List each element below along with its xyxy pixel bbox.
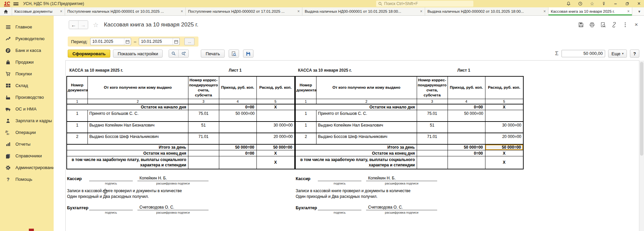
expense-cell[interactable]: 20 000=00 xyxy=(256,133,295,144)
history-icon[interactable] xyxy=(577,1,583,7)
income-cell[interactable] xyxy=(448,122,485,133)
sidebar-item-salary-hr[interactable]: Зарплата и кадры xyxy=(0,115,54,127)
nav-forward-button[interactable]: → xyxy=(78,21,88,29)
empty-cell[interactable] xyxy=(188,144,219,150)
doc-number-cell[interactable]: 2 xyxy=(295,133,316,144)
main-menu-icon[interactable] xyxy=(13,2,18,5)
closing-balance-expense[interactable]: X xyxy=(256,150,295,156)
favorites-star-icon[interactable]: ☆ xyxy=(589,1,595,7)
sidebar-item-operations[interactable]: ДтКт Операции xyxy=(0,127,54,138)
total-income-cell[interactable]: 50 000=00 xyxy=(219,144,256,150)
day-total-label[interactable]: Итого за день xyxy=(67,144,188,150)
doc-number-cell[interactable]: 2 xyxy=(67,133,87,144)
tab-close-icon[interactable]: × xyxy=(543,9,546,14)
expense-cell[interactable] xyxy=(485,110,523,122)
tab-close-icon[interactable]: × xyxy=(60,9,62,14)
payee-cell[interactable]: Принято от Большов С. С. xyxy=(87,110,188,122)
sidebar-item-main[interactable]: Главное xyxy=(0,21,54,33)
period-from-input[interactable]: 10.01.2025 xyxy=(90,38,131,45)
income-cell[interactable] xyxy=(448,133,485,144)
sidebar-item-fixed-assets[interactable]: ОС и НМА xyxy=(0,103,54,115)
close-window-icon[interactable]: × xyxy=(636,1,642,7)
account-cell[interactable]: 71.01 xyxy=(188,133,219,144)
cash-book-table[interactable]: Номер документа От кого получено или ком… xyxy=(295,76,524,169)
account-cell[interactable]: 51 xyxy=(188,122,219,133)
account-cell[interactable]: 75.01 xyxy=(417,110,448,122)
opening-balance-income[interactable]: 0=00 xyxy=(448,104,485,110)
sidebar-item-help[interactable]: ? Помощь xyxy=(0,173,54,185)
opening-balance-expense[interactable]: X xyxy=(485,104,523,110)
nav-back-button[interactable]: ← xyxy=(69,21,78,29)
empty-cell[interactable] xyxy=(188,104,219,110)
vertical-scrollbar[interactable] xyxy=(639,61,644,231)
total-expense-cell[interactable]: 50 000=00 xyxy=(256,144,295,150)
save-icon[interactable] xyxy=(578,22,584,28)
doc-number-cell[interactable]: 1 xyxy=(295,122,316,133)
doc-number-cell[interactable]: 1 xyxy=(295,110,316,122)
empty-cell[interactable] xyxy=(219,156,256,169)
tab-cash-receipt-2[interactable]: Поступление наличных НД00-000002 от 17.0… xyxy=(186,7,302,15)
tab-close-icon[interactable]: × xyxy=(181,9,183,14)
including-expense-cell[interactable]: X xyxy=(485,156,523,169)
calendar-icon[interactable] xyxy=(173,38,179,45)
payee-cell[interactable]: Принято от Большов С. С. xyxy=(316,110,417,122)
tab-close-icon[interactable]: × xyxy=(420,9,422,14)
expense-cell[interactable] xyxy=(256,110,295,122)
income-cell[interactable] xyxy=(219,133,256,144)
tab-cash-book[interactable]: Кассовая книга за 10 января 2025 г. × xyxy=(548,7,632,15)
account-cell[interactable]: 75.01 xyxy=(188,110,219,122)
sidebar-item-bank-cash[interactable]: Банк и касса xyxy=(0,45,54,56)
closing-balance-income[interactable]: 0=00 xyxy=(219,150,256,156)
tab-cash-issue-1[interactable]: Выдача наличных НД00-000001 от 10.01.202… xyxy=(302,7,425,15)
sidebar-item-purchases[interactable]: Покупки xyxy=(0,68,54,80)
closing-balance-income[interactable]: 0=00 xyxy=(448,150,485,156)
sidebar-item-directories[interactable]: Справочники xyxy=(0,150,54,162)
payee-cell[interactable]: Выдано Копейкин Нал Безналович xyxy=(316,122,417,133)
more-button[interactable]: Еще▾ xyxy=(608,50,627,58)
doc-number-cell[interactable]: 1 xyxy=(67,122,87,133)
preview-icon[interactable] xyxy=(600,22,606,28)
account-cell[interactable]: 71.01 xyxy=(417,133,448,144)
empty-cell[interactable] xyxy=(417,144,448,150)
notifications-bell-icon[interactable] xyxy=(566,1,572,7)
save-result-button[interactable] xyxy=(243,50,253,58)
print-button[interactable]: Печать xyxy=(201,50,225,58)
scrollbar-thumb[interactable] xyxy=(640,62,643,156)
including-salary-label[interactable]: в том числе на заработную плату, выплаты… xyxy=(295,156,417,169)
opening-balance-expense[interactable]: X xyxy=(256,104,295,110)
expense-cell[interactable]: 30 000=00 xyxy=(256,122,295,133)
close-form-icon[interactable]: × xyxy=(633,22,639,28)
closing-balance-label[interactable]: Остаток на конец дня xyxy=(295,150,417,156)
payee-cell[interactable]: Выдано Копейкин Нал Безналович xyxy=(87,122,188,133)
opening-balance-label[interactable]: Остаток на начало дня xyxy=(295,104,417,110)
tab-cash-receipt-1[interactable]: Поступление наличных НД00-000001 от 10.0… xyxy=(65,7,186,15)
tab-cash-issue-2[interactable]: Выдача наличных НД00-000002 от 10.01.202… xyxy=(425,7,548,15)
doc-number-cell[interactable]: 1 xyxy=(67,110,87,122)
empty-cell[interactable] xyxy=(448,156,485,169)
home-tab[interactable] xyxy=(0,7,12,15)
find-next-button[interactable] xyxy=(179,50,188,57)
closing-balance-expense[interactable]: X xyxy=(485,150,523,156)
income-cell[interactable]: 50 000=00 xyxy=(448,110,485,122)
opening-balance-label[interactable]: Остаток на начало дня xyxy=(67,104,188,110)
print-preview-button[interactable] xyxy=(229,50,239,58)
calendar-icon[interactable] xyxy=(124,38,131,45)
empty-cell[interactable] xyxy=(417,104,448,110)
payee-cell[interactable]: Выдано Боссов Шеф Начальникович xyxy=(316,133,417,144)
sidebar-item-sales[interactable]: Продажи xyxy=(0,56,54,68)
account-cell[interactable]: 51 xyxy=(417,122,448,133)
sidebar-item-administration[interactable]: Администрирование xyxy=(0,162,54,173)
find-button[interactable] xyxy=(169,50,179,57)
expense-cell[interactable]: 20 000=00 xyxy=(485,133,523,144)
add-favorite-star-icon[interactable]: ☆ xyxy=(93,21,99,29)
payee-cell[interactable]: Выдано Боссов Шеф Начальникович xyxy=(87,133,188,144)
autosum-value[interactable]: 50 000,00 xyxy=(562,50,605,57)
link-icon[interactable] xyxy=(611,22,617,28)
total-expense-cell[interactable]: 50 000=00 xyxy=(485,144,523,150)
show-settings-button[interactable]: Показать настройки xyxy=(113,50,163,58)
cash-book-table[interactable]: Номер документа От кого получено или ком… xyxy=(66,76,295,169)
help-button[interactable]: ? xyxy=(630,50,639,58)
total-income-cell[interactable]: 50 000=00 xyxy=(448,144,485,150)
day-total-label[interactable]: Итого за день xyxy=(295,144,417,150)
empty-cell[interactable] xyxy=(188,156,219,169)
